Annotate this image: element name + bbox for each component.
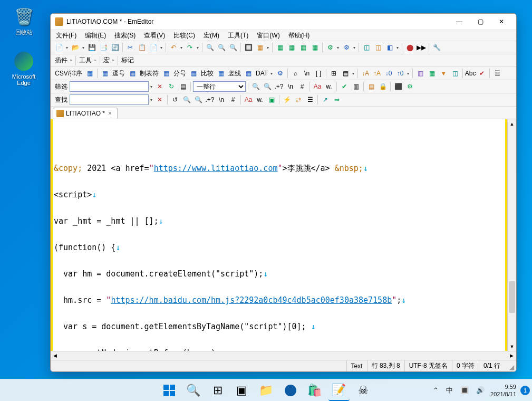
advanced-icon[interactable]: ⚙: [404, 81, 415, 92]
grid-icon[interactable]: ▦: [84, 68, 95, 79]
toolbar-icon[interactable]: ▥: [351, 81, 361, 92]
sort-az-icon[interactable]: ↓A: [360, 68, 371, 79]
record-icon[interactable]: ⬤: [404, 42, 415, 53]
menu-search[interactable]: 搜索(S): [113, 30, 137, 41]
dropdown-icon[interactable]: ▾: [335, 45, 340, 50]
spell-icon[interactable]: Abc: [465, 68, 476, 79]
find-icon[interactable]: 🔍: [205, 42, 215, 53]
save-icon[interactable]: 💾: [86, 42, 97, 53]
scroll-down-icon[interactable]: ▼: [508, 342, 516, 351]
dropdown-icon[interactable]: ▾: [265, 45, 270, 50]
find-doc-icon[interactable]: ↗: [320, 94, 331, 105]
newline-icon[interactable]: \n: [302, 68, 312, 79]
menu-tools[interactable]: 工具(T): [227, 30, 249, 41]
horizontal-scrollbar[interactable]: ◀ ▶: [51, 351, 516, 360]
findall-icon[interactable]: ☰: [305, 94, 315, 105]
nav-icon[interactable]: ↺: [170, 94, 180, 105]
status-encoding[interactable]: UTF-8 无签名: [404, 360, 452, 371]
scroll-up-icon[interactable]: ▲: [508, 119, 516, 128]
copy-icon[interactable]: 📋: [137, 42, 147, 53]
paste-icon[interactable]: 📄: [148, 42, 159, 53]
search-icon[interactable]: 🔍: [183, 380, 204, 401]
dropdown-icon[interactable]: ▾: [352, 45, 356, 50]
column-select[interactable]: 一整行: [193, 81, 246, 92]
recycle-bin-desktop-icon[interactable]: 🗑️ 回收站: [5, 5, 42, 36]
dropdown-icon[interactable]: ▾: [269, 71, 274, 76]
save-all-icon[interactable]: 📑: [98, 42, 109, 53]
column-icon[interactable]: ▥: [415, 68, 425, 79]
split-icon[interactable]: ◫: [361, 42, 372, 53]
menu-file[interactable]: 文件(F): [55, 30, 78, 41]
wrap-char-icon[interactable]: ▦: [286, 42, 297, 53]
chevron-right-icon[interactable]: »: [111, 58, 115, 63]
volume-icon[interactable]: 🔊: [475, 386, 486, 394]
grid-icon[interactable]: ▦: [188, 68, 199, 79]
props-icon[interactable]: ⚙: [325, 42, 335, 53]
tools-icon[interactable]: ⚙: [275, 68, 285, 79]
refresh-icon[interactable]: ↻: [166, 81, 177, 92]
dropdown-icon[interactable]: ▾: [405, 71, 410, 76]
chevron-right-icon[interactable]: »: [69, 58, 73, 63]
dropdown-icon[interactable]: ▾: [81, 45, 85, 50]
document-tab[interactable]: LITIAOTIAO * ×: [53, 108, 118, 119]
close-find-icon[interactable]: ✕: [154, 94, 165, 105]
titlebar[interactable]: LITIAOTIAO.COM * - EmEditor — ▢ ✕: [51, 14, 516, 30]
editor-content[interactable]: &copy; 2021 <a href="https://www.litiaot…: [51, 119, 507, 351]
status-filetype[interactable]: Text: [346, 360, 367, 371]
vertical-label[interactable]: 竖线: [227, 69, 242, 78]
dropdown-icon[interactable]: ▾: [149, 84, 153, 89]
wrap-window-icon[interactable]: ▦: [298, 42, 308, 53]
lock-icon[interactable]: 🔒: [378, 81, 388, 92]
case-icon[interactable]: Aa: [243, 94, 254, 105]
widgets-icon[interactable]: ▣: [231, 380, 253, 401]
word-icon[interactable]: w.: [255, 94, 265, 105]
dropdown-icon[interactable]: ▾: [149, 98, 153, 102]
list-icon[interactable]: ☰: [492, 68, 502, 79]
filter-icon[interactable]: ▦: [255, 42, 265, 53]
open-file-icon[interactable]: 📂: [70, 42, 81, 53]
file-explorer-icon[interactable]: 📁: [256, 380, 277, 401]
customize-icon[interactable]: 🔧: [431, 42, 442, 53]
case-icon[interactable]: Aa: [312, 81, 323, 92]
chevron-right-icon[interactable]: »: [93, 58, 98, 63]
wifi-icon[interactable]: 🔳: [459, 386, 470, 394]
compare-label[interactable]: 比较: [200, 69, 215, 78]
dropdown-icon[interactable]: ▾: [159, 45, 163, 50]
cut-icon[interactable]: ✂: [125, 42, 136, 53]
dropdown-icon[interactable]: ▾: [179, 45, 183, 50]
advanced-icon[interactable]: ⇒: [332, 94, 342, 105]
check-icon[interactable]: ✔: [477, 68, 487, 79]
ruler-icon[interactable]: ⊞: [328, 68, 339, 79]
number-icon[interactable]: #: [297, 81, 307, 92]
start-menu-icon[interactable]: [159, 380, 180, 401]
close-button[interactable]: ✕: [491, 14, 512, 29]
redo-icon[interactable]: ↷: [185, 42, 195, 53]
search-icon[interactable]: 🔍: [250, 81, 261, 92]
abort-icon[interactable]: ⬛: [393, 81, 403, 92]
escape-icon[interactable]: \n: [216, 94, 227, 105]
replace-icon[interactable]: 🔍: [216, 42, 227, 53]
dropdown-icon[interactable]: ▾: [395, 45, 400, 50]
grid-icon[interactable]: ▦: [100, 68, 110, 79]
resize-grip-icon[interactable]: ◢: [505, 361, 514, 371]
toolbar-icon[interactable]: ▦: [427, 68, 437, 79]
menu-help[interactable]: 帮助(H): [287, 30, 311, 41]
maximize-button[interactable]: ▢: [470, 14, 491, 29]
notification-badge[interactable]: 1: [520, 386, 530, 395]
dropdown-icon[interactable]: ▾: [351, 71, 355, 76]
compare-icon[interactable]: ◫: [373, 42, 383, 53]
sort-desc-icon[interactable]: ↑0: [395, 68, 405, 79]
menu-view[interactable]: 查看(V): [143, 30, 166, 41]
dat-label[interactable]: DAT: [255, 70, 269, 77]
wrap-none-icon[interactable]: ▦: [275, 42, 285, 53]
undo-icon[interactable]: ↶: [168, 42, 179, 53]
clock[interactable]: 9:59 2021/8/11: [490, 383, 516, 398]
config-icon[interactable]: 🔲: [243, 42, 254, 53]
edge-taskbar-icon[interactable]: [280, 380, 301, 401]
extract-icon[interactable]: 🔍: [228, 42, 238, 53]
bookmark-icon[interactable]: ✔: [339, 81, 350, 92]
find-prev-icon[interactable]: 🔍: [193, 94, 204, 105]
play-icon[interactable]: ▶▶: [416, 42, 427, 53]
edge-desktop-icon[interactable]: Microsoft Edge: [5, 50, 42, 86]
menu-macro[interactable]: 宏(M): [202, 30, 220, 41]
